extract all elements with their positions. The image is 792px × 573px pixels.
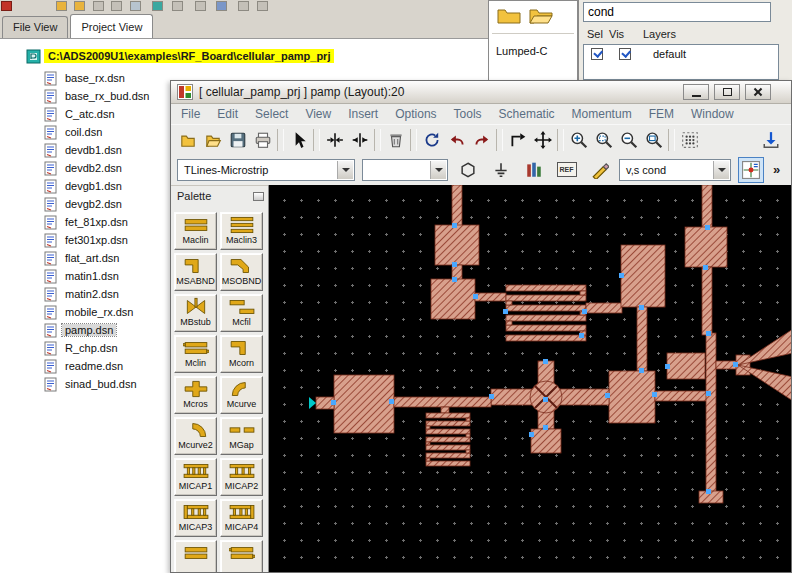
folder-icon[interactable] bbox=[497, 6, 521, 24]
menu-momentum[interactable]: Momentum bbox=[572, 107, 632, 121]
toolbar-icon-fragment[interactable] bbox=[130, 1, 141, 11]
tree-item-label: pamp.dsn bbox=[62, 324, 116, 336]
palette-group-label[interactable]: Lumped-C bbox=[496, 45, 574, 57]
zoom-in-button[interactable] bbox=[566, 127, 591, 152]
palette-item-MICAP4[interactable]: MICAP4 bbox=[220, 499, 263, 537]
palette-dock-icon[interactable] bbox=[253, 192, 264, 201]
push-into-hierarchy-button[interactable] bbox=[322, 127, 347, 152]
save-design-button[interactable] bbox=[225, 127, 250, 152]
menu-file[interactable]: File bbox=[181, 107, 200, 121]
tab-project-view[interactable]: Project View bbox=[70, 14, 153, 38]
toolbar-icon-fragment[interactable] bbox=[93, 1, 104, 11]
coordinate-entry-button[interactable] bbox=[738, 157, 764, 183]
menu-select[interactable]: Select bbox=[255, 107, 288, 121]
save-design-icon bbox=[229, 131, 247, 149]
palette-item-Mclin[interactable]: Mclin bbox=[174, 335, 217, 373]
trace-button[interactable] bbox=[587, 157, 612, 182]
chevron-down-icon[interactable] bbox=[713, 161, 729, 179]
toolbar-icon-fragment[interactable] bbox=[172, 1, 183, 11]
palette-item-MGap[interactable]: MGap bbox=[220, 417, 263, 455]
redo-button[interactable] bbox=[469, 127, 494, 152]
toolbar-overflow-chevron[interactable]: » bbox=[773, 162, 780, 177]
toolbar-icon-fragment[interactable] bbox=[74, 1, 85, 11]
menu-insert[interactable]: Insert bbox=[348, 107, 378, 121]
move-button[interactable] bbox=[530, 127, 555, 152]
toolbar-icon-fragment[interactable] bbox=[111, 1, 122, 11]
zoom-area-button[interactable] bbox=[591, 127, 616, 152]
open-design-button[interactable] bbox=[200, 127, 225, 152]
polygon-button[interactable] bbox=[455, 157, 480, 182]
print-button[interactable] bbox=[250, 127, 275, 152]
move-relative-button[interactable] bbox=[505, 127, 530, 152]
palette-item-Mcurve2[interactable]: Mcurve2 bbox=[174, 417, 217, 455]
component-library-combobox[interactable]: TLines-Microstrip bbox=[177, 159, 355, 181]
ground-button[interactable] bbox=[488, 157, 513, 182]
menu-edit[interactable]: Edit bbox=[217, 107, 238, 121]
palette-item-MBstub[interactable]: MBstub bbox=[174, 294, 217, 332]
chevron-down-icon[interactable] bbox=[337, 161, 353, 179]
component-name-combobox[interactable] bbox=[362, 159, 448, 181]
project-path[interactable]: C:\ADS2009U1\examples\RF_Board\cellular_… bbox=[44, 49, 334, 63]
grid-spacing-button[interactable] bbox=[677, 127, 702, 152]
palette-item-Mcorn[interactable]: Mcorn bbox=[220, 335, 263, 373]
palette-item-partial[interactable] bbox=[220, 540, 263, 572]
layers-list: default bbox=[583, 44, 779, 80]
palette-item-partial[interactable] bbox=[174, 540, 217, 572]
toolbar-icon-fragment[interactable] bbox=[238, 1, 249, 11]
palette-item-Maclin[interactable]: Maclin bbox=[174, 212, 217, 250]
palette-grid: MaclinMaclin3MSABNDMSOBNDMBstubMcfilMcli… bbox=[174, 212, 266, 572]
import-button[interactable] bbox=[758, 127, 783, 152]
palette-item-Mcfil[interactable]: Mcfil bbox=[220, 294, 263, 332]
rotate-button[interactable] bbox=[419, 127, 444, 152]
menu-view[interactable]: View bbox=[305, 107, 331, 121]
zoom-fit-button[interactable] bbox=[641, 127, 666, 152]
undo-button[interactable] bbox=[444, 127, 469, 152]
layout-canvas[interactable] bbox=[268, 185, 791, 572]
menu-tools[interactable]: Tools bbox=[454, 107, 482, 121]
toolbar-icon-fragment[interactable] bbox=[195, 1, 206, 11]
menu-schematic[interactable]: Schematic bbox=[499, 107, 555, 121]
palette-item-MICAP3[interactable]: MICAP3 bbox=[174, 499, 217, 537]
entry-layer-combobox[interactable]: v,s cond bbox=[619, 159, 731, 181]
chevron-down-icon[interactable] bbox=[430, 161, 446, 179]
palette-item-MICAP1[interactable]: MICAP1 bbox=[174, 458, 217, 496]
port-icon[interactable] bbox=[309, 397, 316, 409]
delete-button[interactable] bbox=[383, 127, 408, 152]
app-icon-fragment[interactable] bbox=[1, 1, 12, 11]
new-design-button[interactable] bbox=[175, 127, 200, 152]
ref-button[interactable]: REF bbox=[554, 157, 579, 182]
toolbar-icon-fragment[interactable] bbox=[152, 1, 163, 11]
project-root-row[interactable]: C:\ADS2009U1\examples\RF_Board\cellular_… bbox=[0, 47, 334, 65]
toolbar-icon-fragment[interactable] bbox=[56, 1, 67, 11]
minimize-button[interactable] bbox=[683, 84, 709, 100]
layer-visible-checkbox[interactable] bbox=[619, 48, 631, 60]
layer-name-input[interactable] bbox=[583, 2, 771, 22]
layer-select-checkbox[interactable] bbox=[591, 48, 603, 60]
layer-row-default[interactable]: default bbox=[584, 45, 778, 63]
open-folder-icon[interactable] bbox=[529, 6, 553, 24]
toolbar-icon-fragment[interactable] bbox=[216, 1, 227, 11]
palette-item-label: MICAP3 bbox=[179, 522, 213, 533]
pop-out-hierarchy-button[interactable] bbox=[347, 127, 372, 152]
palette-item-Mcros[interactable]: Mcros bbox=[174, 376, 217, 414]
menu-fem[interactable]: FEM bbox=[649, 107, 674, 121]
copper-traces[interactable] bbox=[316, 185, 791, 503]
select-pointer-button[interactable] bbox=[286, 127, 311, 152]
toolbar-icon-fragment[interactable] bbox=[257, 1, 268, 11]
menu-options[interactable]: Options bbox=[395, 107, 436, 121]
tab-file-view[interactable]: File View bbox=[2, 16, 68, 38]
main-toolbar bbox=[171, 124, 791, 154]
palette-item-Mcurve[interactable]: Mcurve bbox=[220, 376, 263, 414]
close-button[interactable] bbox=[745, 84, 771, 100]
palette-item-MSABND[interactable]: MSABND bbox=[174, 253, 217, 291]
palette-item-Maclin3[interactable]: Maclin3 bbox=[220, 212, 263, 250]
maclin-icon bbox=[183, 215, 209, 235]
title-bar[interactable]: [ cellular_pamp_prj ] pamp (Layout):20 bbox=[171, 81, 791, 104]
palette-item-label: MICAP2 bbox=[225, 481, 259, 492]
palette-item-MSOBND[interactable]: MSOBND bbox=[220, 253, 263, 291]
component-library-button[interactable] bbox=[521, 157, 546, 182]
palette-item-MICAP2[interactable]: MICAP2 bbox=[220, 458, 263, 496]
menu-window[interactable]: Window bbox=[691, 107, 734, 121]
maximize-button[interactable] bbox=[714, 84, 740, 100]
zoom-out-button[interactable] bbox=[616, 127, 641, 152]
